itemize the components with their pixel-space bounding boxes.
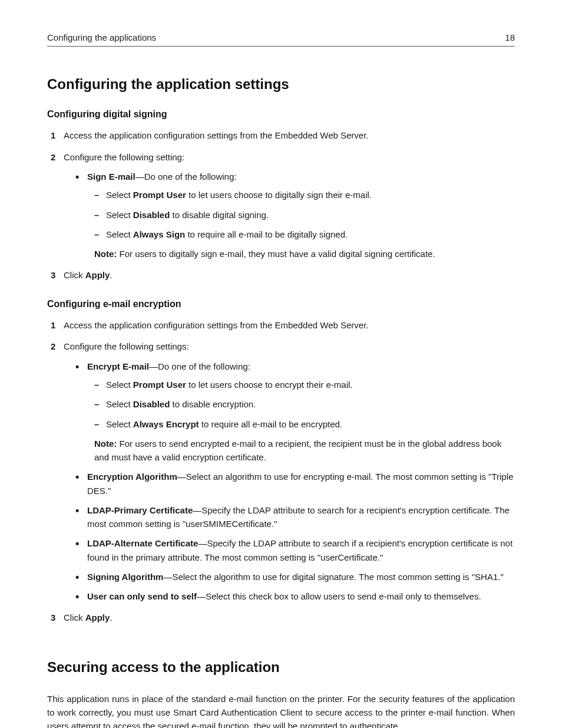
note: Note: For users to digitally sign e‑mail… bbox=[94, 247, 515, 261]
step-item: Configure the following setting: Sign E‑… bbox=[47, 151, 515, 261]
step-text: Configure the following setting: bbox=[64, 152, 184, 162]
body-paragraph: This application runs in place of the st… bbox=[47, 692, 515, 728]
dash-post: to disable digital signing. bbox=[170, 210, 269, 220]
step-post: . bbox=[110, 612, 112, 622]
step-text: Configure the following settings: bbox=[64, 341, 189, 351]
bullet-rest: —Select the algorithm to use for digital… bbox=[163, 572, 503, 582]
bullet-item: Encrypt E‑mail—Do one of the following: … bbox=[75, 360, 515, 465]
step-item: Access the application configuration set… bbox=[47, 129, 515, 143]
subsection-email-encryption: Configuring e‑mail encryption bbox=[47, 299, 515, 309]
bullet-item: Encryption Algorithm—Select an algorithm… bbox=[75, 470, 515, 498]
dash-post: to disable encryption. bbox=[170, 399, 256, 409]
bullet-rest: —Do one of the following: bbox=[135, 172, 237, 182]
dash-list: Select Prompt User to let users choose t… bbox=[94, 378, 515, 431]
dash-pre: Select bbox=[106, 419, 133, 429]
dash-post: to let users choose to digitally sign th… bbox=[186, 190, 372, 200]
section-heading-app-settings: Configuring the application settings bbox=[47, 76, 515, 93]
dash-term: Disabled bbox=[133, 210, 170, 220]
dash-term: Disabled bbox=[133, 399, 170, 409]
dash-post: to let users choose to encrypt their e‑m… bbox=[186, 380, 353, 390]
bullet-item: Sign E‑mail—Do one of the following: Sel… bbox=[75, 170, 515, 261]
note: Note: For users to send encrypted e‑mail… bbox=[94, 437, 515, 465]
dash-term: Always Encrypt bbox=[133, 419, 199, 429]
bullet-term: User can only send to self bbox=[87, 591, 197, 601]
header-left: Configuring the applications bbox=[47, 32, 156, 42]
bullet-list: Encrypt E‑mail—Do one of the following: … bbox=[75, 360, 515, 604]
step-item: Click Apply. bbox=[47, 269, 515, 282]
step-item: Click Apply. bbox=[47, 611, 515, 625]
dash-item: Select Always Sign to require all e‑mail… bbox=[94, 228, 515, 241]
step-term: Apply bbox=[85, 612, 110, 622]
section-heading-securing-access: Securing access to the application bbox=[47, 659, 515, 676]
page-number: 18 bbox=[505, 32, 515, 42]
step-post: . bbox=[110, 270, 112, 280]
dash-pre: Select bbox=[106, 210, 133, 220]
dash-term: Always Sign bbox=[133, 229, 185, 239]
dash-item: Select Disabled to disable digital signi… bbox=[94, 208, 515, 222]
bullet-rest: —Select this check box to allow users to… bbox=[197, 591, 481, 601]
bullet-term: LDAP‑Primary Certificate bbox=[87, 505, 193, 515]
dash-list: Select Prompt User to let users choose t… bbox=[94, 188, 515, 241]
bullet-term: Encryption Algorithm bbox=[87, 472, 177, 482]
bullet-item: LDAP‑Primary Certificate—Specify the LDA… bbox=[75, 503, 515, 531]
steps-email-encryption: Access the application configuration set… bbox=[47, 319, 515, 625]
subsection-digital-signing: Configuring digital signing bbox=[47, 109, 515, 120]
step-item: Access the application configuration set… bbox=[47, 319, 515, 332]
step-pre: Click bbox=[64, 270, 85, 280]
bullet-item: Signing Algorithm—Select the algorithm t… bbox=[75, 570, 515, 584]
dash-pre: Select bbox=[106, 380, 133, 390]
bullet-rest: —Do one of the following: bbox=[149, 361, 250, 371]
dash-pre: Select bbox=[106, 229, 133, 239]
note-text: For users to digitally sign e‑mail, they… bbox=[117, 249, 435, 259]
bullet-list: Sign E‑mail—Do one of the following: Sel… bbox=[75, 170, 515, 261]
dash-term: Prompt User bbox=[133, 190, 186, 200]
dash-item: Select Always Encrypt to require all e‑m… bbox=[94, 417, 515, 431]
dash-item: Select Disabled to disable encryption. bbox=[94, 397, 515, 411]
bullet-term: Sign E‑mail bbox=[87, 172, 135, 182]
running-header: Configuring the applications 18 bbox=[47, 32, 515, 47]
bullet-item: User can only send to self—Select this c… bbox=[75, 589, 515, 603]
bullet-term: Encrypt E‑mail bbox=[87, 361, 149, 371]
bullet-item: LDAP‑Alternate Certificate—Specify the L… bbox=[75, 536, 515, 564]
dash-item: Select Prompt User to let users choose t… bbox=[94, 188, 515, 202]
bullet-term: LDAP‑Alternate Certificate bbox=[87, 538, 198, 548]
step-text: Access the application configuration set… bbox=[64, 320, 369, 330]
dash-item: Select Prompt User to let users choose t… bbox=[94, 378, 515, 391]
bullet-term: Signing Algorithm bbox=[87, 572, 163, 582]
document-page: Configuring the applications 18 Configur… bbox=[0, 0, 562, 728]
note-label: Note: bbox=[94, 439, 117, 449]
step-text: Access the application configuration set… bbox=[64, 130, 369, 140]
note-label: Note: bbox=[94, 249, 117, 259]
step-term: Apply bbox=[85, 270, 110, 280]
step-item: Configure the following settings: Encryp… bbox=[47, 340, 515, 603]
dash-pre: Select bbox=[106, 399, 133, 409]
steps-digital-signing: Access the application configuration set… bbox=[47, 129, 515, 282]
dash-post: to require all e‑mail to be digitally si… bbox=[185, 229, 348, 239]
note-text: For users to send encrypted e‑mail to a … bbox=[94, 439, 501, 462]
dash-post: to require all e‑mail to be encrypted. bbox=[199, 419, 342, 429]
dash-term: Prompt User bbox=[133, 380, 186, 390]
step-pre: Click bbox=[64, 612, 85, 622]
dash-pre: Select bbox=[106, 190, 133, 200]
